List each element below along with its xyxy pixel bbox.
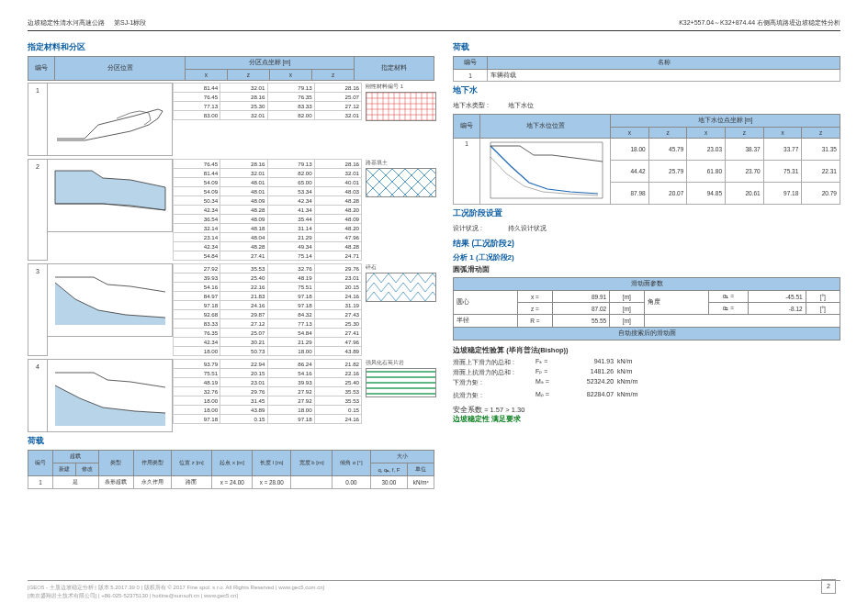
material-sketch: [48, 263, 173, 337]
material-label: 碎石: [366, 263, 434, 272]
svg-rect-4: [366, 274, 435, 301]
sc-title: 荷载: [453, 42, 840, 53]
gw-title: 地下水: [453, 85, 840, 96]
th-no: 编号: [28, 57, 55, 81]
th-x1: x: [186, 70, 228, 81]
th-assigned: 指定材料: [355, 57, 434, 81]
header-project: 边坡稳定性清水河高速公路: [28, 18, 105, 28]
material-sketch: [48, 359, 173, 432]
stage-title: 工况阶段设置: [453, 208, 840, 219]
th-x2: x: [269, 70, 311, 81]
circular-title: 圆弧滑动面: [453, 265, 840, 274]
material-row: 3 27.9235.5332.7629.7639.9325.4048.1923.…: [28, 263, 434, 356]
footer-line1: [GEO5 - 土质边坡稳定分析 | 版本 5.2017.39.0 | 版权所有…: [28, 584, 324, 592]
gw-sketch: [483, 139, 607, 203]
header-range: K32+557.04～K32+874.44 右侧高填路堤边坡稳定性分析: [679, 18, 840, 28]
material-pattern: [366, 168, 436, 197]
material-pattern: [366, 92, 436, 121]
ok-result: 边坡稳定性 满足要求: [453, 415, 840, 424]
material-pattern: [366, 368, 436, 397]
material-row: 4 93.7922.9486.2421.8275.5120.1554.1622.…: [28, 359, 434, 432]
load-title: 荷载: [28, 436, 434, 447]
material-number: 3: [28, 263, 48, 356]
material-number: 2: [28, 159, 48, 261]
material-row: 1 81.4432.0179.1328.1676.4528.1676.3525.…: [28, 83, 434, 156]
th-coords: 分区点坐标 [m]: [186, 57, 355, 70]
bishop-title: 边坡稳定性验算 (毕肖普法(Bishop)): [453, 346, 840, 355]
material-sketch: [48, 83, 173, 156]
th-z2: z: [311, 70, 354, 81]
material-label: 强风化石英片岩: [366, 359, 434, 367]
svg-rect-0: [366, 93, 435, 120]
footer-line2: [南京盛翔岩土技术有限公司] | +86-025-52375130 | hotl…: [28, 592, 324, 600]
svg-marker-5: [55, 385, 165, 426]
materials-title: 指定材料和分区: [28, 42, 434, 53]
material-number: 1: [28, 83, 48, 156]
material-number: 4: [28, 359, 48, 432]
gw-type-value: 地下水位: [508, 101, 534, 110]
gw-type-label: 地下水类型 :: [453, 101, 508, 110]
material-label: 刚性材料编号 1: [366, 83, 434, 91]
material-row: 2 76.4528.1679.1328.1681.4432.0182.0032.…: [28, 159, 434, 261]
header-section: 第SJ-1标段: [114, 18, 146, 28]
material-label: 路基填土: [366, 159, 434, 167]
material-sketch: [48, 159, 173, 232]
svg-rect-2: [366, 169, 435, 196]
svg-rect-7: [366, 369, 435, 396]
th-pos: 分区位置: [55, 57, 186, 81]
fs-result: 安全系数 = 1.57 > 1.30: [453, 406, 840, 415]
analysis-title: 分析 1 (工况阶段2): [453, 252, 840, 262]
th-z1: z: [227, 70, 269, 81]
results-title: 结果 (工况阶段2): [453, 239, 840, 250]
material-pattern: [366, 273, 436, 302]
